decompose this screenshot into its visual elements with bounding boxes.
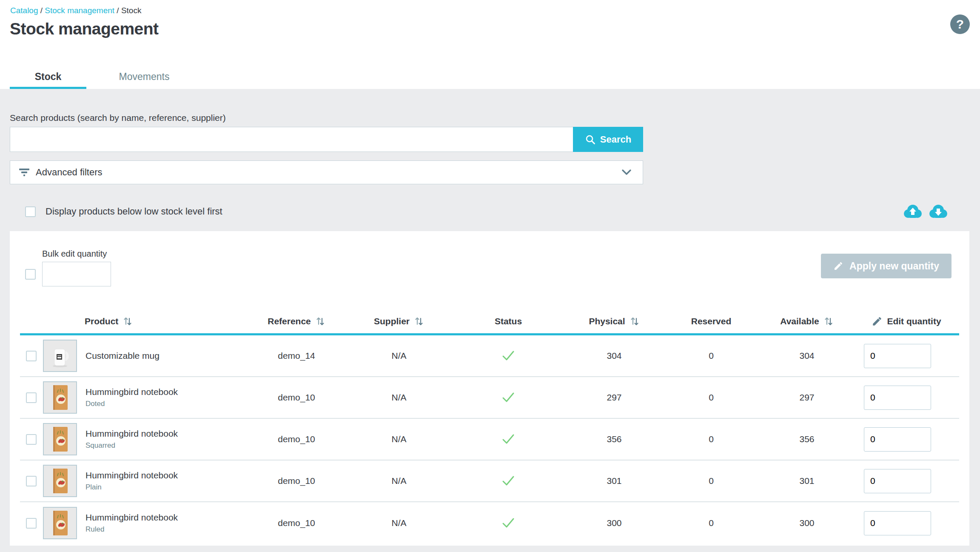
column-header-available-label: Available xyxy=(780,316,819,326)
column-header-physical[interactable]: Physical xyxy=(566,315,662,328)
status-ok-check-icon xyxy=(501,475,515,487)
low-stock-checkbox[interactable] xyxy=(25,206,36,217)
chevron-down-icon xyxy=(621,169,632,176)
reserved-cell: 0 xyxy=(662,392,760,403)
import-button[interactable] xyxy=(902,203,923,220)
product-variant: Doted xyxy=(85,400,178,408)
column-header-edit-quantity-label: Edit quantity xyxy=(887,316,941,326)
pencil-icon xyxy=(872,316,883,327)
product-name: Customizable mug xyxy=(85,351,160,361)
bulk-edit-label: Bulk edit quantity xyxy=(42,249,952,259)
filter-icon xyxy=(19,167,30,177)
available-cell: 300 xyxy=(760,518,854,528)
sort-icon[interactable] xyxy=(823,315,834,328)
tab-stock-label: Stock xyxy=(35,71,62,83)
search-bar: Search xyxy=(10,127,643,152)
product-variant: Squarred xyxy=(85,441,178,450)
row-checkbox[interactable] xyxy=(26,392,37,403)
search-button[interactable]: Search xyxy=(573,127,643,152)
column-header-supplier[interactable]: Supplier xyxy=(348,315,450,328)
column-header-supplier-label: Supplier xyxy=(374,316,410,326)
reserved-cell: 0 xyxy=(662,476,760,486)
apply-new-quantity-label: Apply new quantity xyxy=(849,260,939,272)
export-button[interactable] xyxy=(928,203,948,220)
physical-cell: 356 xyxy=(566,434,662,444)
product-thumbnail-notebook xyxy=(43,507,77,539)
sort-icon[interactable] xyxy=(315,315,325,328)
row-checkbox[interactable] xyxy=(26,434,37,445)
table-header-row: Product Reference Supplier Status Physic… xyxy=(20,309,959,335)
tab-stock[interactable]: Stock xyxy=(10,67,86,89)
supplier-cell: N/A xyxy=(348,351,450,361)
breadcrumb-stock-management-link[interactable]: Stock management xyxy=(45,6,114,15)
product-name: Hummingbird notebook xyxy=(85,470,178,480)
physical-cell: 301 xyxy=(566,476,662,486)
breadcrumb-separator: / xyxy=(117,6,119,15)
reference-cell: demo_10 xyxy=(245,518,348,528)
breadcrumb-catalog-link[interactable]: Catalog xyxy=(10,6,38,15)
column-header-product[interactable]: Product xyxy=(42,315,245,328)
tab-movements-label: Movements xyxy=(119,71,170,83)
sort-icon[interactable] xyxy=(122,315,133,328)
product-name: Hummingbird notebook xyxy=(85,387,178,397)
question-mark-icon: ? xyxy=(956,17,964,31)
table-row: Hummingbird notebook Doted demo_10 N/A 2… xyxy=(20,377,959,419)
search-label: Search products (search by name, referen… xyxy=(10,89,969,123)
reference-cell: demo_10 xyxy=(245,476,348,486)
search-button-label: Search xyxy=(600,134,631,145)
sort-icon[interactable] xyxy=(414,315,424,328)
edit-quantity-input[interactable] xyxy=(864,344,931,368)
row-checkbox[interactable] xyxy=(26,476,37,486)
select-all-checkbox[interactable] xyxy=(25,269,36,280)
row-checkbox[interactable] xyxy=(26,518,37,529)
column-header-reserved-label: Reserved xyxy=(691,316,732,326)
table-row: Customizable mug demo_14 N/A 304 0 304 xyxy=(20,335,959,377)
physical-cell: 297 xyxy=(566,392,662,403)
column-header-reference[interactable]: Reference xyxy=(245,315,348,328)
product-variant: Plain xyxy=(85,483,178,492)
search-input[interactable] xyxy=(10,127,573,152)
reserved-cell: 0 xyxy=(662,518,760,528)
product-variant: Ruled xyxy=(85,525,178,534)
reference-cell: demo_10 xyxy=(245,392,348,403)
stock-table-panel: Bulk edit quantity Apply new quantity Pr… xyxy=(10,231,969,546)
physical-cell: 304 xyxy=(566,351,662,361)
column-header-status-label: Status xyxy=(495,316,522,326)
column-header-reference-label: Reference xyxy=(268,316,311,326)
breadcrumb-separator: / xyxy=(40,6,43,15)
tab-movements[interactable]: Movements xyxy=(104,67,185,89)
bulk-quantity-input[interactable] xyxy=(42,262,111,286)
low-stock-filter-row: Display products below low stock level f… xyxy=(10,204,969,219)
help-button[interactable]: ? xyxy=(950,14,970,34)
product-thumbnail-notebook xyxy=(43,381,77,414)
column-header-reserved: Reserved xyxy=(662,316,760,326)
apply-new-quantity-button[interactable]: Apply new quantity xyxy=(821,254,952,278)
product-thumbnail-notebook xyxy=(43,465,77,497)
advanced-filters-toggle[interactable]: Advanced filters xyxy=(10,160,643,184)
status-ok-check-icon xyxy=(501,350,515,362)
available-cell: 301 xyxy=(760,476,854,486)
edit-quantity-input[interactable] xyxy=(864,386,931,410)
reserved-cell: 0 xyxy=(662,351,760,361)
edit-quantity-input[interactable] xyxy=(864,511,931,535)
edit-quantity-input[interactable] xyxy=(864,469,931,493)
stock-table: Product Reference Supplier Status Physic… xyxy=(10,309,969,544)
physical-cell: 300 xyxy=(566,518,662,528)
table-row: Hummingbird notebook Plain demo_10 N/A 3… xyxy=(20,460,959,502)
product-name: Hummingbird notebook xyxy=(85,429,178,439)
table-row: Hummingbird notebook Ruled demo_10 N/A 3… xyxy=(20,502,959,544)
row-checkbox[interactable] xyxy=(26,351,37,361)
search-icon xyxy=(585,134,596,145)
product-thumbnail-mug xyxy=(43,340,77,372)
pencil-icon xyxy=(833,261,843,271)
page-header: Catalog / Stock management / Stock Stock… xyxy=(0,0,980,89)
supplier-cell: N/A xyxy=(348,518,450,528)
edit-quantity-input[interactable] xyxy=(864,427,931,452)
column-header-available[interactable]: Available xyxy=(760,315,854,328)
available-cell: 304 xyxy=(760,351,854,361)
sort-icon[interactable] xyxy=(630,315,640,328)
cloud-upload-icon xyxy=(902,203,923,220)
column-header-physical-label: Physical xyxy=(589,316,625,326)
status-ok-check-icon xyxy=(501,517,515,529)
breadcrumb: Catalog / Stock management / Stock xyxy=(0,0,980,15)
